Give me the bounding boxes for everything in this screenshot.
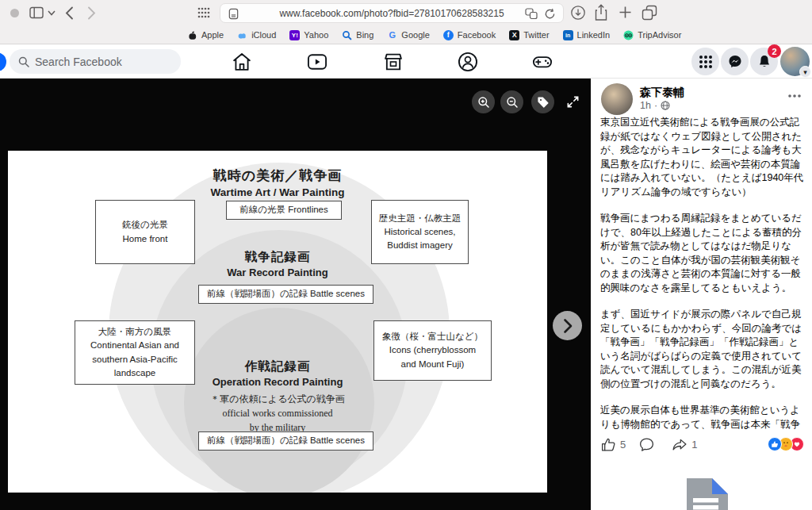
nav-groups-icon[interactable] [457, 51, 479, 73]
window-control-button[interactable] [10, 9, 19, 17]
sidebar-toggle-icon[interactable] [29, 6, 44, 19]
war-record-title: 戦争記録画 War Record Painting [8, 249, 547, 278]
yahoo-icon: Y! [289, 30, 300, 40]
bookmark-apple[interactable]: Apple [187, 30, 224, 40]
chevron-down-icon[interactable] [48, 10, 56, 16]
tag-photo-button[interactable] [531, 90, 554, 113]
chevron-down-icon: ▾ [799, 66, 811, 78]
next-photo-button[interactable] [553, 311, 582, 340]
reaction-summary[interactable] [771, 437, 804, 451]
like-count: 5 [620, 439, 626, 451]
search-icon [18, 56, 29, 67]
facebook-search[interactable] [10, 49, 181, 74]
messenger-button[interactable] [721, 48, 749, 75]
comment-button[interactable] [638, 436, 655, 453]
linkedin-icon: in [563, 30, 573, 40]
bookmark-bing[interactable]: Bing [342, 30, 373, 40]
downloads-button[interactable] [570, 5, 586, 21]
post-options-button[interactable] [787, 88, 802, 104]
icloud-icon [237, 30, 247, 40]
bookmark-icloud[interactable]: iCloud [237, 30, 276, 40]
tab-overview-grid-icon[interactable] [197, 7, 210, 19]
google-icon: G [387, 30, 397, 40]
post-panel: 森下泰輔 1h · 東京国立近代美術館による戦争画展の公式記録が紙ではなくウェブ… [591, 79, 812, 510]
bookmarks-bar: Apple iCloud Y! Yahoo Bing G Google f Fa… [0, 26, 812, 44]
apple-icon [187, 30, 197, 40]
bookmark-yahoo[interactable]: Y! Yahoo [289, 30, 328, 40]
share-button[interactable] [594, 4, 608, 21]
post-meta: 1h · [640, 100, 670, 111]
bookmark-tripadvisor[interactable]: TripAdvisor [623, 30, 681, 40]
post-text: 東京国立近代美術館による戦争画展の公式記録が紙ではなくウェブ図録として公開された… [600, 116, 805, 431]
tripadvisor-icon [623, 30, 634, 40]
menu-grid-icon [699, 55, 713, 69]
bookmark-google[interactable]: G Google [387, 30, 429, 40]
reload-icon[interactable] [544, 8, 556, 20]
post-paragraph: まず、国近サイドが展示の際パネルで自己規定しているにもかかわらず、今回の論考では… [600, 308, 805, 391]
facebook-header: 2 ▾ [0, 44, 812, 79]
chevron-right-icon [562, 318, 573, 334]
tag-icon [537, 96, 550, 109]
forward-button[interactable] [87, 6, 96, 20]
operation-title: 作戦記録画 Operation Record Painting ＊軍の依頼による… [8, 359, 547, 435]
back-button[interactable] [65, 6, 74, 20]
bookmark-twitter[interactable]: X Twitter [509, 30, 549, 40]
share-count: 1 [691, 439, 697, 451]
nav-video-icon[interactable] [306, 51, 328, 73]
zoom-in-icon [477, 96, 490, 109]
nav-marketplace-icon[interactable] [382, 51, 404, 73]
messenger-icon [727, 54, 743, 70]
post-author-avatar[interactable] [601, 83, 633, 115]
facebook-logo[interactable] [0, 52, 6, 71]
fullscreen-button[interactable] [561, 90, 584, 113]
facebook-icon: f [443, 30, 454, 40]
like-button[interactable] [600, 436, 617, 453]
battle-scenes-box-2: 前線（戦闘場面）の記録 Battle scenes [198, 431, 373, 451]
zoom-out-button[interactable] [500, 90, 523, 113]
menu-button[interactable] [691, 48, 719, 75]
post-actions: 5 1 [600, 434, 804, 454]
post-paragraph: 近美の展示自体も世界基準の美術館というよりも博物館的であって、戦争画は本来「戦争… [600, 404, 805, 431]
post-author-name[interactable]: 森下泰輔 [640, 86, 684, 100]
document-attachment-thumbnail[interactable] [682, 478, 730, 510]
profile-avatar[interactable]: ▾ [780, 47, 810, 76]
new-tab-button[interactable] [619, 6, 632, 19]
browser-toolbar: www.facebook.com/photo?fbid=278101706285… [0, 0, 812, 26]
zoom-out-icon [506, 96, 519, 109]
notification-badge: 2 [768, 44, 781, 58]
nav-home-icon[interactable] [231, 51, 253, 73]
meta-separator: · [654, 100, 657, 111]
search-input[interactable] [35, 56, 162, 68]
share-post-button[interactable] [671, 436, 688, 453]
nav-gaming-icon[interactable] [531, 51, 553, 73]
translate-icon[interactable] [525, 8, 538, 20]
url-text: www.facebook.com/photo?fbid=278101706285… [220, 8, 563, 19]
like-reaction-icon [768, 437, 782, 451]
photo-viewer: 戦時の美術／戦争画 Wartime Art / War Painting 前線の… [0, 79, 591, 510]
bookmark-linkedin[interactable]: in LinkedIn [563, 30, 611, 40]
notifications-button[interactable]: 2 [750, 48, 778, 75]
address-bar[interactable]: www.facebook.com/photo?fbid=278101706285… [220, 3, 564, 23]
expand-icon [566, 95, 580, 109]
battle-scenes-box: 前線（戦闘場面）の記録 Battle scenes [198, 285, 373, 304]
post-paragraph: 東京国立近代美術館による戦争画展の公式記録が紙ではなくウェブ図録として公開された… [600, 116, 805, 199]
diagram-image: 戦時の美術／戦争画 Wartime Art / War Painting 前線の… [8, 151, 547, 493]
post-time[interactable]: 1h [640, 100, 651, 111]
diagram-title: 戦時の美術／戦争画 Wartime Art / War Painting [8, 167, 547, 198]
tabs-button[interactable] [642, 5, 657, 21]
frontlines-box: 前線の光景 Frontlines [226, 201, 342, 220]
bing-icon [342, 30, 352, 40]
zoom-in-button[interactable] [472, 90, 495, 113]
bookmark-facebook[interactable]: f Facebook [443, 30, 496, 40]
globe-privacy-icon [661, 101, 670, 110]
post-paragraph: 戦争画にまつわる周縁記録をまとめているだけで、80年以上経過したことによる蓄積的… [600, 212, 805, 295]
twitter-x-icon: X [509, 30, 519, 40]
